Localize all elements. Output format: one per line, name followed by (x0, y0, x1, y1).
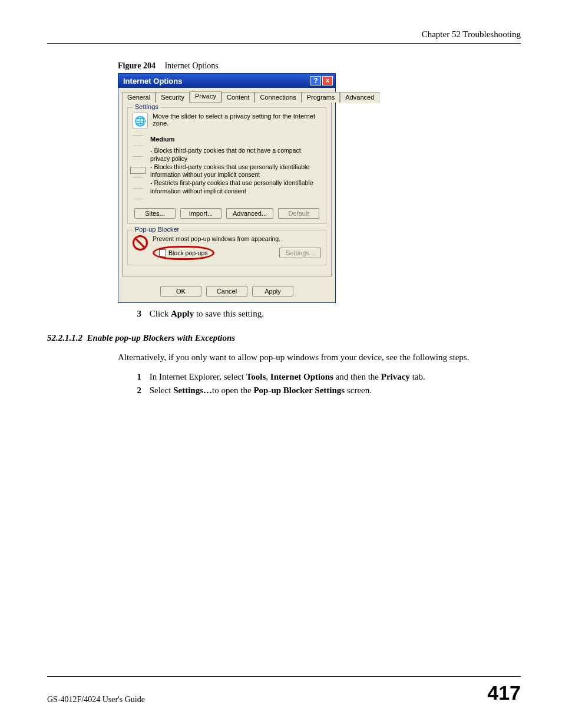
internet-options-dialog: Internet Options ? × General Security Pr… (118, 73, 336, 303)
step-2-row: 2 Select Settings…to open the Pop-up Blo… (130, 386, 521, 396)
step-2-mid: to open the (212, 386, 253, 395)
page-footer: GS-4012F/4024 User's Guide 417 (47, 676, 521, 704)
step-1-row: 1 In Internet Explorer, select Tools, In… (130, 372, 521, 382)
cancel-button[interactable]: Cancel (206, 286, 247, 297)
alt-paragraph: Alternatively, if you only want to allow… (118, 351, 521, 364)
privacy-level: Medium (150, 135, 321, 143)
import-button[interactable]: Import... (180, 208, 222, 219)
step-1-pre: In Internet Explorer, select (150, 372, 246, 381)
section-title: Enable pop-up Blockers with Exceptions (87, 333, 236, 342)
privacy-description: Medium - Blocks third-party cookies that… (150, 135, 321, 200)
ok-button[interactable]: OK (160, 286, 201, 297)
popup-blocker-fieldset: Pop-up Blocker Prevent most pop-up windo… (127, 230, 326, 265)
popup-settings-button[interactable]: Settings... (279, 248, 321, 258)
step-3-bold: Apply (171, 309, 194, 318)
tab-connections[interactable]: Connections (254, 92, 301, 103)
step-2-b2: Pop-up Blocker Settings (253, 386, 345, 395)
block-popups-label: Block pop-ups (168, 249, 208, 256)
privacy-panel: Settings 🌐 Move the slider to select a p… (122, 102, 332, 276)
step-2-b1: Settings… (173, 386, 212, 395)
section-number: 52.2.1.1.2 (47, 333, 82, 342)
step-1-sep1: , (266, 372, 270, 381)
popup-legend: Pop-up Blocker (133, 226, 181, 233)
block-popups-checkbox[interactable]: Block pop-ups (159, 249, 208, 256)
step-2-number: 2 (130, 386, 141, 396)
step-1-b3: Privacy (381, 372, 410, 381)
tab-advanced[interactable]: Advanced (340, 92, 379, 103)
help-icon[interactable]: ? (310, 76, 321, 85)
figure-caption: Figure 204 Internet Options (118, 61, 521, 71)
sites-button[interactable]: Sites... (134, 208, 176, 219)
step-3-number: 3 (130, 309, 141, 319)
step-3-text-pre: Click (150, 309, 171, 318)
figure-title: Internet Options (164, 61, 218, 70)
figure-number: Figure 204 (118, 61, 156, 70)
tab-security[interactable]: Security (156, 92, 190, 103)
step-2-post: screen. (345, 386, 372, 395)
dialog-title: Internet Options (123, 77, 182, 85)
step-1-b1: Tools (246, 372, 266, 381)
checkbox-icon[interactable] (159, 249, 166, 256)
dialog-titlebar[interactable]: Internet Options ? × (118, 74, 335, 88)
settings-legend: Settings (133, 103, 161, 110)
footer-page-number: 417 (487, 681, 521, 704)
privacy-slider[interactable] (133, 135, 143, 200)
apply-button[interactable]: Apply (252, 286, 293, 297)
tab-programs[interactable]: Programs (302, 92, 340, 103)
privacy-desc-line3: - Restricts first-party cookies that use… (150, 179, 321, 195)
step-1-post: tab. (410, 372, 425, 381)
step-3-text-post: to save this setting. (194, 309, 264, 318)
step-1-b2: Internet Options (270, 372, 333, 381)
step-2-pre: Select (150, 386, 173, 395)
step-1-number: 1 (130, 372, 141, 382)
popup-description: Prevent most pop-up windows from appeari… (153, 235, 321, 242)
highlight-circle: Block pop-ups (153, 246, 214, 260)
default-button[interactable]: Default (278, 208, 319, 219)
chapter-header: Chapter 52 Troubleshooting (47, 29, 521, 44)
privacy-desc-line1: - Blocks third-party cookies that do not… (150, 147, 321, 163)
step-1-sep2: and then the (333, 372, 381, 381)
tab-content[interactable]: Content (222, 92, 255, 103)
footer-guide: GS-4012F/4024 User's Guide (47, 695, 145, 704)
close-icon[interactable]: × (322, 76, 333, 85)
advanced-button[interactable]: Advanced... (226, 208, 273, 219)
tab-general[interactable]: General (122, 92, 156, 103)
section-heading: 52.2.1.1.2 Enable pop-up Blockers with E… (47, 333, 521, 343)
step-3-row: 3 Click Apply to save this setting. (130, 309, 521, 319)
settings-fieldset: Settings 🌐 Move the slider to select a p… (127, 107, 326, 224)
globe-icon: 🌐 (133, 113, 148, 129)
privacy-desc-line2: - Blocks third-party cookies that use pe… (150, 163, 321, 179)
tab-strip: General Security Privacy Content Connect… (118, 88, 335, 102)
tab-privacy[interactable]: Privacy (190, 91, 222, 102)
block-icon (133, 235, 148, 251)
settings-instruction: Move the slider to select a privacy sett… (153, 113, 321, 129)
slider-thumb[interactable] (130, 167, 146, 174)
